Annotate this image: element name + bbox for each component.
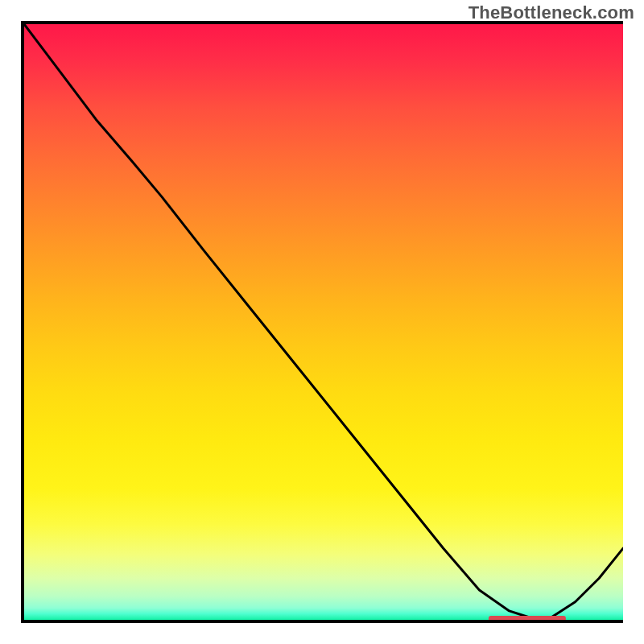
plot-area bbox=[21, 21, 623, 623]
optimal-range-marker bbox=[489, 616, 566, 623]
chart-container: TheBottleneck.com bbox=[0, 0, 644, 644]
heat-gradient-bg bbox=[24, 24, 623, 620]
